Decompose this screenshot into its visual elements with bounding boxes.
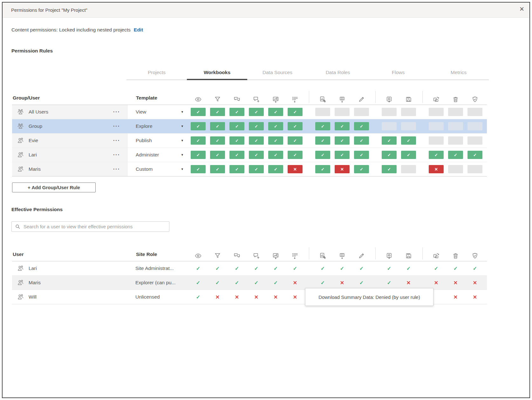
permission-cell-share-customized[interactable]: ✓ — [315, 151, 330, 159]
permission-cell-set-permissions[interactable] — [467, 108, 482, 116]
permission-cell-view-comments[interactable]: ✓ — [229, 136, 244, 145]
permission-cell-web-edit[interactable]: ✓ — [354, 122, 369, 130]
more-options-button[interactable]: ··· — [113, 109, 120, 114]
effective-mark-download-workbook[interactable]: ✓ — [382, 280, 397, 286]
permission-cell-download-image-pdf[interactable]: ✓ — [268, 108, 283, 116]
effective-mark-overwrite[interactable]: ✕ — [401, 280, 416, 286]
permission-cell-download-summary-data[interactable]: ✓ — [288, 122, 303, 130]
rule-row-maris[interactable]: Maris···Custom▼✓✓✓✓✓✕✓✕✓✓✕ — [12, 162, 487, 176]
permission-cell-download-summary-data[interactable]: ✓ — [288, 136, 303, 145]
permission-cell-overwrite[interactable] — [401, 108, 416, 116]
permission-cell-overwrite[interactable]: ✓ — [401, 151, 416, 159]
effective-mark-view-comments[interactable]: ✓ — [229, 280, 244, 286]
effective-mark-download-summary-data[interactable]: ✕ — [288, 294, 303, 300]
tab-workbooks[interactable]: Workbooks — [187, 66, 247, 80]
effective-mark-add-comments[interactable]: ✓ — [249, 266, 264, 272]
effective-mark-download-full-data[interactable]: ✓ — [335, 266, 350, 272]
permission-cell-download-workbook[interactable] — [382, 108, 397, 116]
effective-mark-overwrite[interactable]: ✓ — [401, 266, 416, 272]
more-options-button[interactable]: ··· — [113, 138, 120, 143]
template-dropdown[interactable]: Administer▼ — [127, 148, 191, 162]
permission-cell-share-customized[interactable]: ✓ — [315, 165, 330, 173]
rule-row-all-users[interactable]: All Users···View▼✓✓✓✓✓✓ — [12, 105, 487, 119]
permission-cell-filter[interactable]: ✓ — [210, 122, 225, 130]
effective-mark-download-summary-data[interactable]: ✓ — [288, 266, 303, 272]
template-dropdown[interactable]: View▼ — [127, 105, 191, 119]
permission-cell-view-comments[interactable]: ✓ — [229, 122, 244, 130]
effective-mark-filter[interactable]: ✓ — [210, 266, 225, 272]
effective-mark-share-customized[interactable]: ✓ — [315, 266, 330, 272]
effective-mark-download-summary-data[interactable]: ✕ — [288, 280, 303, 286]
permission-cell-filter[interactable]: ✓ — [210, 136, 225, 145]
permission-cell-move[interactable] — [429, 108, 444, 116]
permission-cell-filter[interactable]: ✓ — [210, 151, 225, 159]
permission-cell-delete[interactable] — [448, 108, 463, 116]
permission-cell-download-workbook[interactable] — [382, 122, 397, 130]
effective-mark-download-workbook[interactable]: ✓ — [382, 266, 397, 272]
permission-cell-download-full-data[interactable] — [335, 108, 350, 116]
rule-row-group[interactable]: Group···Explore▼✓✓✓✓✓✓✓✓✓ — [12, 119, 487, 134]
permission-cell-web-edit[interactable] — [354, 108, 369, 116]
rule-row-lari[interactable]: Lari···Administer▼✓✓✓✓✓✓✓✓✓✓✓✓✓✓ — [12, 148, 487, 162]
permission-cell-set-permissions[interactable] — [467, 122, 482, 130]
tab-projects[interactable]: Projects — [126, 66, 187, 79]
effective-mark-view[interactable]: ✓ — [191, 294, 206, 300]
permission-cell-view[interactable]: ✓ — [191, 165, 206, 173]
permission-cell-move[interactable] — [429, 122, 444, 130]
permission-cell-download-image-pdf[interactable]: ✓ — [268, 165, 283, 173]
effective-mark-delete[interactable]: ✓ — [448, 266, 463, 272]
more-options-button[interactable]: ··· — [113, 124, 120, 129]
more-options-button[interactable]: ··· — [113, 152, 120, 157]
template-dropdown[interactable]: Custom▼ — [127, 162, 191, 176]
permission-cell-view[interactable]: ✓ — [191, 136, 206, 145]
effective-mark-move[interactable]: ✓ — [429, 266, 444, 272]
permission-cell-download-workbook[interactable]: ✓ — [382, 165, 397, 173]
permission-cell-view-comments[interactable]: ✓ — [229, 151, 244, 159]
effective-mark-share-customized[interactable]: ✓ — [315, 280, 330, 286]
tab-data-sources[interactable]: Data Sources — [247, 66, 308, 79]
permission-cell-download-image-pdf[interactable]: ✓ — [268, 122, 283, 130]
permission-cell-download-full-data[interactable]: ✓ — [335, 136, 350, 145]
permission-cell-delete[interactable]: ✓ — [448, 151, 463, 159]
permission-cell-add-comments[interactable]: ✓ — [249, 108, 264, 116]
more-options-button[interactable]: ··· — [113, 167, 120, 172]
effective-mark-web-edit[interactable]: ✓ — [354, 280, 369, 286]
permission-cell-download-summary-data[interactable]: ✓ — [288, 108, 303, 116]
permission-cell-set-permissions[interactable] — [467, 165, 482, 173]
permission-cell-download-summary-data[interactable]: ✕ — [288, 165, 303, 173]
effective-mark-set-permissions[interactable]: ✕ — [467, 280, 482, 286]
effective-mark-filter[interactable]: ✕ — [210, 294, 225, 300]
permission-cell-add-comments[interactable]: ✓ — [249, 122, 264, 130]
permission-cell-view-comments[interactable]: ✓ — [229, 108, 244, 116]
permission-cell-set-permissions[interactable] — [467, 136, 482, 145]
effective-mark-download-image-pdf[interactable]: ✕ — [268, 294, 283, 300]
permission-cell-move[interactable] — [429, 136, 444, 145]
effective-mark-view[interactable]: ✓ — [191, 280, 206, 286]
effective-mark-set-permissions[interactable]: ✓ — [467, 266, 482, 272]
permission-cell-add-comments[interactable]: ✓ — [249, 136, 264, 145]
permission-cell-share-customized[interactable]: ✓ — [315, 136, 330, 145]
tab-data-roles[interactable]: Data Roles — [308, 66, 368, 79]
permission-cell-filter[interactable]: ✓ — [210, 165, 225, 173]
permission-cell-add-comments[interactable]: ✓ — [249, 151, 264, 159]
effective-mark-filter[interactable]: ✓ — [210, 280, 225, 286]
permission-cell-share-customized[interactable]: ✓ — [315, 122, 330, 130]
permission-cell-web-edit[interactable]: ✓ — [354, 136, 369, 145]
search-input[interactable] — [23, 224, 169, 230]
permission-cell-download-full-data[interactable]: ✕ — [335, 165, 350, 173]
permission-cell-view[interactable]: ✓ — [191, 151, 206, 159]
permission-cell-download-full-data[interactable]: ✓ — [335, 151, 350, 159]
effective-mark-add-comments[interactable]: ✓ — [249, 280, 264, 286]
effective-mark-download-image-pdf[interactable]: ✓ — [268, 280, 283, 286]
effective-mark-download-image-pdf[interactable]: ✓ — [268, 266, 283, 272]
effective-mark-set-permissions[interactable]: ✕ — [467, 294, 482, 300]
effective-mark-view[interactable]: ✓ — [191, 266, 206, 272]
permission-cell-download-full-data[interactable]: ✓ — [335, 122, 350, 130]
permission-cell-download-summary-data[interactable]: ✓ — [288, 151, 303, 159]
permission-cell-delete[interactable] — [448, 136, 463, 145]
effective-mark-delete[interactable]: ✕ — [448, 294, 463, 300]
tab-flows[interactable]: Flows — [368, 66, 428, 79]
effective-mark-web-edit[interactable]: ✓ — [354, 266, 369, 272]
permission-cell-delete[interactable] — [448, 122, 463, 130]
permission-cell-download-workbook[interactable]: ✓ — [382, 151, 397, 159]
